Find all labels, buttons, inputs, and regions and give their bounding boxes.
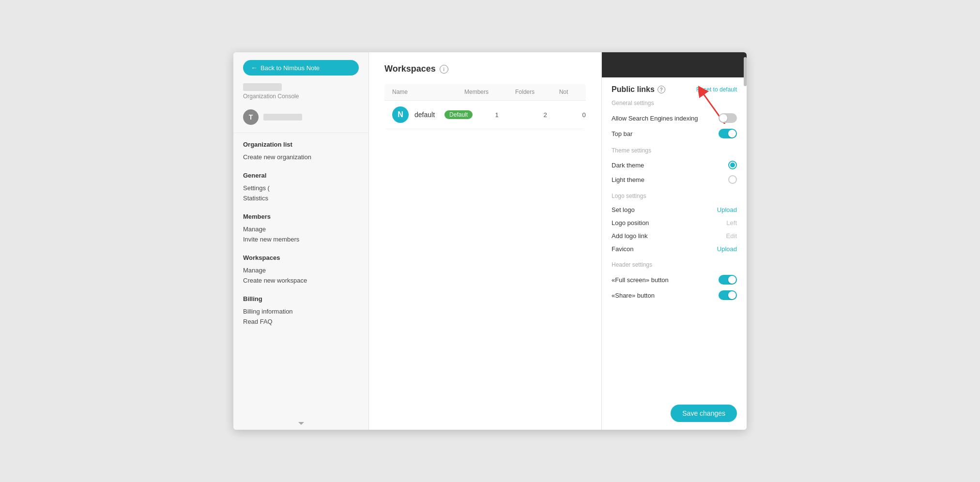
workspaces-section: Workspaces i Name Members Folders Not N … bbox=[369, 52, 601, 430]
org-logo-placeholder bbox=[243, 83, 282, 91]
logo-position-value[interactable]: Left bbox=[726, 219, 737, 226]
setting-row-fullscreen: «Full screen» button bbox=[612, 272, 737, 287]
workspace-notes: 0 bbox=[569, 111, 586, 119]
sidebar-item-manage-workspaces[interactable]: Manage bbox=[243, 265, 359, 275]
logo-position-label: Logo position bbox=[612, 219, 649, 226]
sidebar-section-title-org-list: Organization list bbox=[243, 141, 359, 148]
share-toggle[interactable] bbox=[719, 290, 737, 300]
col-members: Members bbox=[452, 89, 501, 95]
sidebar-item-create-org[interactable]: Create new organization bbox=[243, 152, 359, 162]
share-button-label: «Share» button bbox=[612, 292, 655, 299]
sidebar-section-org-list: Organization list Create new organizatio… bbox=[243, 141, 359, 162]
logo-settings-label: Logo settings bbox=[612, 193, 737, 199]
workspace-name-cell: N default Default bbox=[392, 106, 473, 123]
back-to-nimbus-button[interactable]: ← Back to Nimbus Note bbox=[243, 60, 359, 75]
add-logo-link-label: Add logo link bbox=[612, 232, 647, 240]
header-settings-label: Header settings bbox=[612, 261, 737, 268]
setting-row-light-theme: Light theme bbox=[612, 172, 737, 187]
sidebar-scroll-down-icon bbox=[298, 422, 304, 426]
setting-row-set-logo: Set logo Upload bbox=[612, 203, 737, 216]
theme-settings-label: Theme settings bbox=[612, 147, 737, 154]
set-logo-label: Set logo bbox=[612, 206, 635, 213]
main-window: ← Back to Nimbus Note Organization Conso… bbox=[233, 52, 747, 430]
setting-row-allow-search: Allow Search Engines indexing bbox=[612, 110, 737, 126]
col-notes: Not bbox=[549, 89, 578, 95]
workspaces-header: Workspaces i bbox=[384, 64, 586, 74]
sidebar-item-billing-info[interactable]: Billing information bbox=[243, 306, 359, 316]
user-name-placeholder bbox=[263, 114, 302, 120]
reset-to-default-link[interactable]: Reset to default bbox=[696, 86, 737, 93]
sidebar-section-general: General Settings ( Statistics bbox=[243, 172, 359, 203]
right-panel-body: Public links ? Reset to default Genera bbox=[602, 77, 747, 399]
setting-row-dark-theme: Dark theme bbox=[612, 158, 737, 172]
right-panel-top-bar bbox=[602, 52, 747, 77]
sidebar: ← Back to Nimbus Note Organization Conso… bbox=[233, 52, 369, 430]
table-header: Name Members Folders Not bbox=[384, 84, 586, 101]
allow-search-toggle[interactable] bbox=[719, 113, 737, 123]
sidebar-item-manage-members[interactable]: Manage bbox=[243, 224, 359, 234]
main-content: Workspaces i Name Members Folders Not N … bbox=[369, 52, 601, 430]
back-arrow-icon: ← bbox=[251, 64, 258, 72]
dark-theme-radio[interactable] bbox=[728, 161, 737, 169]
add-logo-link-edit[interactable]: Edit bbox=[726, 232, 737, 240]
sidebar-content: Organization list Create new organizatio… bbox=[233, 133, 368, 420]
general-settings-label: General settings bbox=[612, 100, 737, 106]
sidebar-section-title-general: General bbox=[243, 172, 359, 179]
setting-row-favicon: Favicon Upload bbox=[612, 242, 737, 256]
sidebar-section-title-workspaces: Workspaces bbox=[243, 254, 359, 261]
public-links-header: Public links ? Reset to default bbox=[612, 85, 737, 94]
right-panel-scrollbar[interactable] bbox=[744, 52, 747, 430]
allow-search-label: Allow Search Engines indexing bbox=[612, 115, 698, 122]
workspaces-title: Workspaces bbox=[384, 64, 436, 74]
favicon-upload-link[interactable]: Upload bbox=[717, 245, 737, 253]
workspace-icon: N bbox=[392, 106, 409, 123]
top-bar-label: Top bar bbox=[612, 130, 632, 137]
setting-row-share: «Share» button bbox=[612, 287, 737, 303]
user-row: T bbox=[233, 105, 368, 133]
save-changes-button[interactable]: Save changes bbox=[671, 405, 737, 422]
public-links-label: Public links bbox=[612, 85, 655, 94]
workspace-members: 1 bbox=[473, 111, 521, 119]
top-bar-toggle[interactable] bbox=[719, 129, 737, 138]
avatar: T bbox=[243, 109, 259, 125]
right-panel: Public links ? Reset to default Genera bbox=[601, 52, 747, 430]
org-console-label: Organization Console bbox=[243, 93, 299, 100]
light-theme-radio[interactable] bbox=[728, 175, 737, 184]
table-row[interactable]: N default Default 1 2 0 bbox=[384, 101, 586, 129]
setting-row-top-bar: Top bar bbox=[612, 126, 737, 141]
setting-row-add-logo-link: Add logo link Edit bbox=[612, 229, 737, 242]
set-logo-upload-link[interactable]: Upload bbox=[717, 206, 737, 213]
avatar-initial: T bbox=[249, 113, 253, 121]
col-folders: Folders bbox=[501, 89, 549, 95]
workspaces-table: Name Members Folders Not N default Defau… bbox=[384, 84, 586, 129]
org-console: Organization Console bbox=[233, 83, 368, 105]
sidebar-section-members: Members Manage Invite new members bbox=[243, 213, 359, 244]
back-button-label: Back to Nimbus Note bbox=[260, 64, 320, 72]
sidebar-section-title-members: Members bbox=[243, 213, 359, 220]
workspace-name: default bbox=[414, 111, 435, 119]
sidebar-section-billing: Billing Billing information Read FAQ bbox=[243, 295, 359, 327]
default-badge: Default bbox=[444, 110, 473, 119]
setting-row-logo-position: Logo position Left bbox=[612, 216, 737, 229]
sidebar-item-read-faq[interactable]: Read FAQ bbox=[243, 316, 359, 327]
dark-theme-label: Dark theme bbox=[612, 162, 644, 169]
fullscreen-toggle[interactable] bbox=[719, 275, 737, 285]
workspaces-info-icon[interactable]: i bbox=[440, 65, 448, 74]
sidebar-section-title-billing: Billing bbox=[243, 295, 359, 302]
col-name: Name bbox=[392, 89, 452, 95]
fullscreen-button-label: «Full screen» button bbox=[612, 276, 669, 284]
sidebar-item-settings[interactable]: Settings ( bbox=[243, 183, 359, 193]
public-links-help-icon[interactable]: ? bbox=[658, 86, 665, 93]
save-button-row: Save changes bbox=[602, 399, 747, 430]
workspace-icon-letter: N bbox=[398, 110, 403, 119]
favicon-label: Favicon bbox=[612, 245, 634, 253]
sidebar-section-workspaces: Workspaces Manage Create new workspace bbox=[243, 254, 359, 286]
light-theme-label: Light theme bbox=[612, 176, 644, 183]
workspace-folders: 2 bbox=[521, 111, 569, 119]
public-links-title: Public links ? bbox=[612, 85, 665, 94]
sidebar-item-invite-members[interactable]: Invite new members bbox=[243, 234, 359, 244]
sidebar-item-statistics[interactable]: Statistics bbox=[243, 193, 359, 203]
sidebar-item-create-workspace[interactable]: Create new workspace bbox=[243, 275, 359, 286]
